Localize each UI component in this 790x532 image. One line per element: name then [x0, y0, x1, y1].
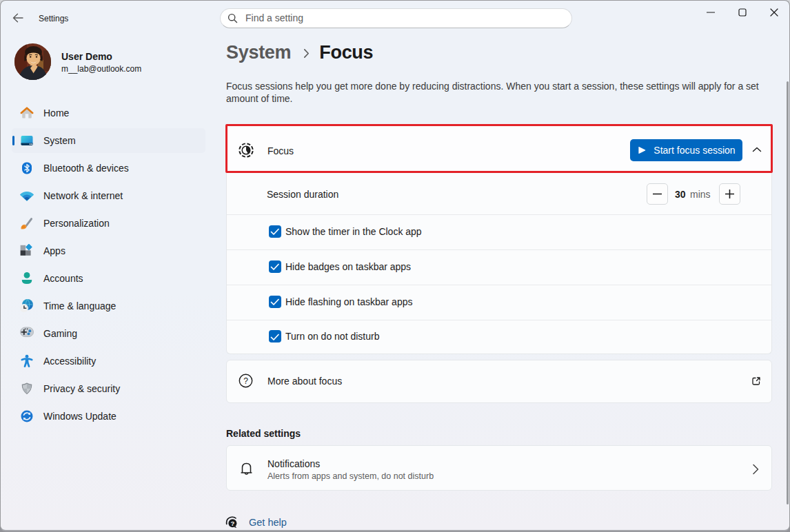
svg-text:?: ? — [230, 520, 234, 527]
svg-text:?: ? — [243, 376, 248, 386]
